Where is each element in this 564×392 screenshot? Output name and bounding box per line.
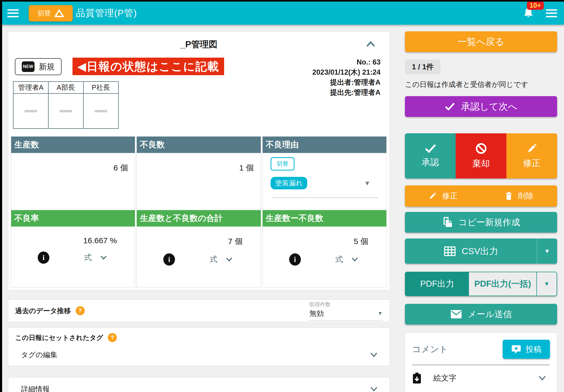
emoji-label: 絵文字 bbox=[433, 373, 456, 384]
pager-badge: 1 / 1件 bbox=[405, 59, 441, 74]
main-column: _P管理図 NEW 新規 ◀日報の状態はここに記載 No.: 63 2023/0… bbox=[8, 31, 390, 392]
approve-button[interactable]: 承認 bbox=[405, 133, 456, 178]
fix-button[interactable]: 修正 bbox=[506, 133, 557, 178]
fetch-count-label: 取得件数 bbox=[309, 301, 383, 308]
menu-icon[interactable] bbox=[7, 9, 19, 17]
approve-and-next-button[interactable]: 承認して次へ bbox=[405, 96, 557, 117]
approval-stamp-cell bbox=[13, 93, 48, 129]
emoji-row[interactable]: 絵文字 bbox=[412, 372, 550, 384]
pencil-icon bbox=[526, 143, 537, 154]
chevron-down-icon[interactable] bbox=[370, 386, 378, 392]
approve-and-next-label: 承認して次へ bbox=[461, 100, 517, 113]
reason-select-row[interactable]: 塗装漏れ ▼ bbox=[271, 177, 380, 189]
report-recipient: 提出先:管理者A bbox=[312, 87, 381, 97]
chevron-down-icon[interactable] bbox=[538, 375, 546, 381]
approval-stamp-cell bbox=[83, 93, 118, 129]
info-icon[interactable]: i bbox=[289, 253, 301, 266]
grid-header-defect-rate: 不良率 bbox=[11, 210, 135, 227]
grid-header-defects: 不良数 bbox=[137, 137, 260, 153]
new-icon: NEW bbox=[22, 61, 35, 72]
app-root: 切替 品質管理(P管) 10+ _P管理図 NEW bbox=[2, 2, 564, 392]
dropdown-caret-icon[interactable]: ▼ bbox=[364, 180, 370, 187]
hamburger-icon bbox=[7, 9, 19, 17]
appbar-actions: 10+ bbox=[523, 7, 557, 20]
help-icon[interactable]: ? bbox=[108, 333, 117, 342]
info-icon[interactable]: i bbox=[38, 252, 49, 264]
help-icon[interactable]: ? bbox=[76, 306, 85, 315]
grid-header-production: 生産数 bbox=[11, 137, 135, 153]
pdf-export-batch-button[interactable]: PDF出力(一括) bbox=[469, 272, 536, 296]
copy-create-button[interactable]: コピー新規作成 bbox=[405, 212, 557, 233]
clipboard-paste-icon bbox=[412, 372, 422, 384]
ban-icon bbox=[475, 142, 487, 155]
report-title: _P管理図 bbox=[8, 39, 390, 50]
info-icon[interactable]: i bbox=[163, 253, 175, 266]
reason-switch-button[interactable]: 切替 bbox=[271, 157, 294, 171]
delete-button[interactable]: 削除 bbox=[481, 185, 557, 207]
pdf-export-button[interactable]: PDF出力 bbox=[405, 272, 469, 296]
grid-cell-total: 7 個 i 式 bbox=[137, 227, 260, 287]
csv-export-label: CSV出力 bbox=[462, 245, 498, 257]
chevron-down-icon[interactable] bbox=[351, 257, 358, 262]
hamburger-icon bbox=[546, 9, 557, 17]
envelope-icon bbox=[450, 309, 462, 319]
grid-header-reason: 不良理由 bbox=[263, 137, 386, 153]
chevron-down-icon[interactable] bbox=[100, 255, 107, 260]
csv-export-dropdown[interactable]: ▼ bbox=[537, 238, 557, 264]
defect-rate-value: 16.667 % bbox=[11, 227, 135, 245]
fetch-count-value: 無効 bbox=[309, 309, 324, 318]
edit-button[interactable]: 修正 bbox=[405, 185, 481, 207]
table-icon bbox=[444, 246, 456, 257]
csv-export-button[interactable]: CSV出力 ▼ bbox=[405, 238, 557, 264]
report-card: _P管理図 NEW 新規 ◀日報の状態はここに記載 No.: 63 2023/0… bbox=[8, 31, 390, 290]
switch-button[interactable]: 切替 bbox=[29, 5, 73, 22]
delete-label: 削除 bbox=[518, 191, 533, 201]
collapse-chevron-up-icon[interactable] bbox=[366, 41, 376, 48]
pdf-export-group: PDF出力 PDF出力(一括) ▼ bbox=[405, 272, 557, 296]
empty-stamp-dash bbox=[24, 110, 37, 112]
grid-header-difference: 生産数ー不良数 bbox=[263, 210, 386, 227]
trash-icon bbox=[505, 191, 513, 201]
difference-value: 5 個 bbox=[263, 227, 386, 247]
empty-stamp-dash bbox=[95, 110, 107, 112]
metrics-grid: 生産数 6 個 不良率 16.667 % i 式 bbox=[11, 137, 387, 287]
grid-cell-defects: 1 個 bbox=[137, 153, 260, 210]
empty-stamp-dash bbox=[59, 110, 72, 112]
approval-stamp-cell bbox=[48, 93, 83, 129]
details-title: 詳細情報 bbox=[21, 384, 50, 392]
triangle-icon bbox=[54, 9, 64, 18]
comment-plus-icon bbox=[511, 344, 521, 354]
pdf-export-dropdown[interactable]: ▼ bbox=[536, 272, 557, 296]
overflow-menu-icon[interactable] bbox=[546, 9, 557, 17]
action-sidebar: 一覧へ戻る 1 / 1件 この日報は作成者と受信者が同じです 承認して次へ 承認… bbox=[405, 31, 557, 392]
post-comment-label: 投稿 bbox=[525, 344, 541, 355]
edit-delete-bar: 修正 削除 bbox=[405, 185, 557, 207]
comments-divider bbox=[412, 365, 550, 365]
status-annotation-banner: ◀日報の状態はここに記載 bbox=[72, 58, 224, 75]
formula-label: 式 bbox=[210, 254, 217, 265]
grid-cell-reason: 切替 塗装漏れ ▼ bbox=[263, 153, 386, 210]
reject-button[interactable]: 棄却 bbox=[456, 133, 506, 178]
pencil-icon bbox=[428, 192, 437, 200]
tag-edit-row[interactable]: タグの編集 bbox=[15, 350, 383, 360]
chevron-down-icon[interactable] bbox=[370, 352, 378, 358]
post-comment-button[interactable]: 投稿 bbox=[503, 340, 550, 359]
defect-reason-tag[interactable]: 塗装漏れ bbox=[271, 177, 307, 189]
switch-button-label: 切替 bbox=[37, 9, 51, 18]
chevron-down-icon[interactable] bbox=[225, 257, 233, 262]
formula-row: i 式 bbox=[263, 253, 386, 266]
notifications-button[interactable]: 10+ bbox=[523, 7, 534, 20]
decision-button-group: 承認 棄却 修正 bbox=[405, 133, 557, 178]
notification-badge: 10+ bbox=[527, 2, 544, 10]
mail-send-label: メール送信 bbox=[468, 308, 512, 320]
formula-row: i 式 bbox=[137, 253, 260, 266]
fetch-count-select[interactable]: 取得件数 無効 ▼ bbox=[309, 301, 383, 321]
back-to-list-button[interactable]: 一覧へ戻る bbox=[405, 31, 557, 52]
report-meta: No.: 63 2023/01/12(木) 21:24 提出者:管理者A 提出先… bbox=[312, 57, 381, 97]
mail-send-button[interactable]: メール送信 bbox=[405, 304, 557, 325]
check-icon bbox=[424, 144, 437, 153]
details-section[interactable]: 詳細情報 bbox=[8, 377, 390, 392]
grid-column-production: 生産数 6 個 不良率 16.667 % i 式 bbox=[11, 137, 135, 287]
edit-label: 修正 bbox=[442, 191, 458, 201]
formula-row: i 式 bbox=[11, 252, 135, 264]
